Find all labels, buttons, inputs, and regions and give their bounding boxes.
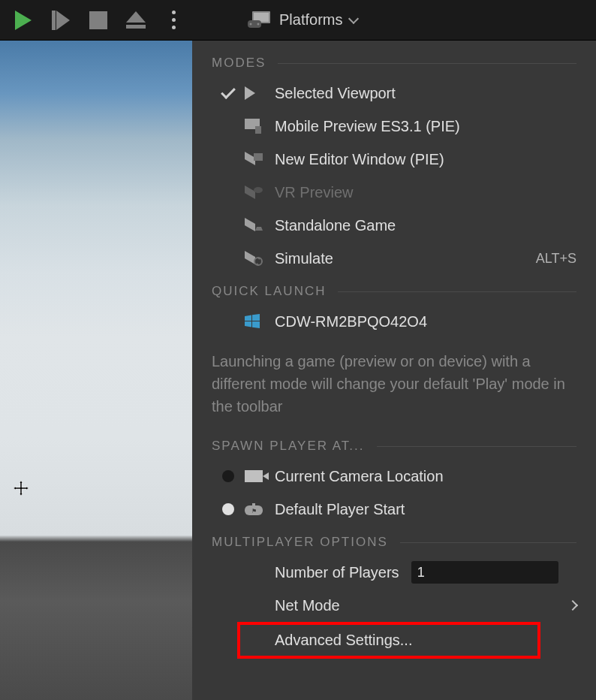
svg-point-8: [254, 258, 262, 265]
spawn-title: SPAWN PLAYER AT...: [212, 439, 365, 454]
platforms-icon: [248, 11, 272, 29]
svg-text:⚑: ⚑: [251, 508, 257, 514]
mode-label: Mobile Preview ES3.1 (PIE): [275, 118, 460, 135]
players-row: Number of Players: [192, 556, 596, 589]
mode-mobile-preview[interactable]: Mobile Preview ES3.1 (PIE): [192, 110, 596, 143]
mode-vr-preview: VR Preview: [192, 176, 596, 209]
eject-button[interactable]: [120, 5, 152, 36]
svg-point-4: [257, 23, 260, 25]
vr-icon: [245, 186, 263, 199]
checkmark-icon: [221, 84, 236, 99]
eject-icon: [126, 11, 146, 29]
standalone-icon: [245, 218, 263, 233]
step-icon: [52, 11, 70, 30]
radio-selected-icon: [222, 503, 234, 515]
multiplayer-section-header: MULTIPLAYER OPTIONS: [192, 535, 596, 550]
gamepad-icon: ⚑: [245, 503, 263, 515]
chevron-right-icon: [567, 600, 578, 611]
window-icon: [245, 152, 263, 167]
svg-point-7: [254, 187, 263, 193]
players-input[interactable]: [411, 561, 558, 584]
quicklaunch-title: QUICK LAUNCH: [212, 284, 326, 299]
svg-rect-6: [254, 153, 263, 161]
advanced-settings-row[interactable]: Advanced Settings...: [237, 622, 540, 659]
mode-selected-viewport[interactable]: Selected Viewport: [192, 77, 596, 110]
divider: [377, 446, 576, 447]
mode-label: VR Preview: [275, 184, 353, 201]
mode-label: New Editor Window (PIE): [275, 151, 444, 168]
more-options-button[interactable]: [158, 5, 189, 36]
step-button[interactable]: [45, 5, 77, 36]
modes-title: MODES: [212, 56, 266, 71]
mode-label: Selected Viewport: [275, 85, 396, 102]
mode-simulate[interactable]: Simulate ALT+S: [192, 242, 596, 275]
mode-new-editor-window[interactable]: New Editor Window (PIE): [192, 143, 596, 176]
spawn-section-header: SPAWN PLAYER AT...: [192, 439, 596, 454]
divider: [400, 542, 576, 543]
spawn-label: Current Camera Location: [275, 468, 444, 485]
play-icon: [15, 11, 32, 30]
play-small-icon: [245, 86, 255, 100]
modes-section-header: MODES: [192, 56, 596, 71]
quicklaunch-device[interactable]: CDW-RM2BPQO42O4: [192, 305, 596, 338]
chevron-down-icon: [348, 13, 359, 23]
mode-standalone-game[interactable]: Standalone Game: [192, 209, 596, 242]
multiplayer-title: MULTIPLAYER OPTIONS: [212, 535, 388, 550]
device-name: CDW-RM2BPQO42O4: [275, 313, 427, 330]
divider: [278, 63, 576, 64]
netmode-row[interactable]: Net Mode: [192, 589, 596, 622]
mode-label: Standalone Game: [275, 217, 396, 234]
simulate-icon: [245, 251, 263, 266]
move-cursor-icon: [14, 481, 29, 496]
quicklaunch-section-header: QUICK LAUNCH: [192, 284, 596, 299]
play-options-menu: MODES Selected Viewport Mobile Preview E…: [192, 41, 596, 700]
stop-button[interactable]: [83, 5, 114, 36]
netmode-label: Net Mode: [275, 597, 340, 614]
viewport-preview: [0, 41, 192, 700]
shortcut-hint: ALT+S: [536, 251, 576, 267]
mode-label: Simulate: [275, 250, 333, 267]
mobile-preview-icon: [245, 119, 263, 134]
svg-point-3: [250, 23, 252, 25]
spawn-label: Default Player Start: [275, 501, 405, 518]
play-button[interactable]: [8, 5, 39, 36]
advanced-label: Advanced Settings...: [275, 632, 412, 649]
spawn-camera-location[interactable]: Current Camera Location: [192, 460, 596, 493]
platforms-dropdown[interactable]: Platforms: [248, 5, 357, 36]
info-text: Launching a game (preview or on device) …: [192, 338, 596, 430]
platforms-label: Platforms: [279, 11, 342, 29]
main-toolbar: Platforms: [0, 0, 596, 41]
spawn-default-player-start[interactable]: ⚑ Default Player Start: [192, 493, 596, 526]
windows-icon: [245, 314, 261, 329]
radio-icon: [222, 470, 234, 482]
stop-icon: [89, 11, 107, 29]
divider: [338, 291, 576, 292]
camera-icon: [245, 470, 263, 482]
dots-vertical-icon: [172, 11, 176, 29]
players-label: Number of Players: [275, 564, 399, 581]
